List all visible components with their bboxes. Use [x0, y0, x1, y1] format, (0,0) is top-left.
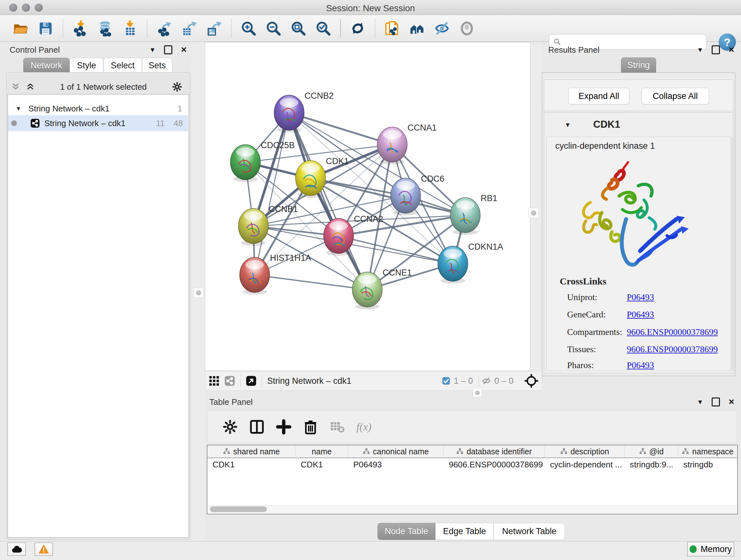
collapse-all-icon[interactable]: [11, 82, 20, 91]
gear-icon[interactable]: [172, 81, 183, 92]
network-node-RB1[interactable]: [450, 198, 480, 233]
node-count: 11: [156, 118, 165, 128]
table-horizontal-scrollbar[interactable]: [208, 505, 737, 513]
tab-select[interactable]: Select: [104, 58, 142, 73]
panel-float-icon[interactable]: [712, 45, 720, 54]
import-network-from-file-button[interactable]: [71, 19, 89, 37]
save-session-button[interactable]: [37, 19, 55, 37]
crosslink-pharos-link[interactable]: P06493: [627, 360, 654, 370]
import-table-button[interactable]: [121, 19, 139, 37]
collapse-all-button[interactable]: Collapse All: [642, 88, 709, 105]
network-node-CCNB1[interactable]: [239, 208, 268, 244]
hide-selected-button[interactable]: [433, 19, 451, 37]
column-header-canonical-name[interactable]: canonical name: [348, 445, 444, 457]
tab-network-table[interactable]: Network Table: [494, 523, 565, 540]
add-column-button[interactable]: [275, 418, 293, 436]
import-network-from-database-button[interactable]: [96, 19, 114, 37]
right-splitter[interactable]: [530, 42, 542, 371]
panel-float-icon[interactable]: [712, 397, 720, 407]
network-node-CDKN1A[interactable]: [438, 246, 468, 281]
panel-close-icon[interactable]: ✕: [728, 398, 735, 406]
houses-icon: [409, 20, 425, 37]
expand-all-button[interactable]: Expand All: [568, 88, 629, 105]
column-header-namespace[interactable]: namespace: [678, 445, 737, 457]
left-splitter-grip[interactable]: [193, 288, 204, 298]
new-network-from-selection-button[interactable]: [383, 19, 401, 37]
column-header-shared-name[interactable]: shared name: [207, 445, 295, 457]
birdseye-grid-icon[interactable]: [208, 375, 220, 387]
memory-button[interactable]: Memory: [687, 542, 734, 557]
crosslink-compartments-link[interactable]: 9606.ENSP00000378699: [627, 327, 718, 337]
tab-style[interactable]: Style: [70, 58, 104, 73]
export-network-button[interactable]: [155, 19, 173, 37]
cloud-status-button[interactable]: [7, 543, 26, 556]
network-node-CCNE1[interactable]: [352, 272, 382, 307]
panel-close-icon[interactable]: ✕: [181, 46, 187, 54]
column-header-id[interactable]: @id: [625, 445, 678, 457]
network-node-CDC25B[interactable]: [230, 145, 260, 180]
results-vertical-scrollbar[interactable]: [731, 137, 734, 370]
columns-icon: [249, 419, 265, 435]
zoom-in-button[interactable]: [240, 19, 258, 37]
crosslink-genecard-link[interactable]: P06493: [627, 309, 654, 320]
network-node-CCNA2[interactable]: [324, 219, 354, 253]
crosslink-label: Uniprot:: [567, 292, 597, 302]
network-node-HIST1H1A[interactable]: [240, 257, 270, 293]
panel-close-icon[interactable]: ✕: [728, 46, 735, 54]
right-splitter-grip[interactable]: [529, 208, 539, 218]
network-row-selected[interactable]: String Network – cdk1 11 48: [8, 115, 188, 131]
panel-menu-icon[interactable]: ▼: [149, 47, 156, 53]
expand-all-icon[interactable]: [25, 82, 35, 91]
warning-status-button[interactable]: [35, 543, 53, 556]
column-header-name[interactable]: name: [295, 445, 348, 457]
column-header-database-identifier[interactable]: database identifier: [444, 445, 545, 457]
first-neighbors-button[interactable]: [408, 19, 426, 37]
panel-float-icon[interactable]: [164, 45, 172, 54]
network-node-CCNA1[interactable]: [377, 127, 407, 162]
network-collection-row[interactable]: ▼ String Network – cdk1 1: [8, 102, 188, 115]
delete-table-button-disabled[interactable]: [328, 418, 346, 436]
network-canvas[interactable]: CCNB2CCNA1CDC25BCDK1CDC6RB1CCNB1CCNA2CDK…: [205, 42, 530, 371]
tab-string[interactable]: String: [621, 57, 656, 73]
open-session-button[interactable]: [12, 19, 30, 37]
hidden-eye-icon[interactable]: [482, 376, 491, 386]
scrollbar-thumb[interactable]: [210, 506, 267, 512]
apply-layout-button[interactable]: [349, 19, 367, 37]
tab-sets[interactable]: Sets: [142, 58, 172, 73]
delete-column-button[interactable]: [301, 418, 320, 436]
column-header-description[interactable]: description: [545, 445, 624, 457]
navbar-separator: [240, 374, 241, 387]
show-columns-button[interactable]: [248, 418, 266, 436]
tab-network[interactable]: Network: [23, 58, 70, 73]
network-node-CCNB2[interactable]: [274, 95, 304, 130]
open-in-new-window-icon[interactable]: [246, 375, 257, 386]
string-network-graph[interactable]: CCNB2CCNA1CDC25BCDK1CDC6RB1CCNB1CCNA2CDK…: [205, 43, 530, 371]
network-list-toolbar: 1 of 1 Network selected: [11, 80, 185, 93]
crosslink-label: Tissues:: [567, 344, 596, 354]
crosshair-icon[interactable]: [524, 374, 538, 388]
table-settings-button[interactable]: [221, 418, 239, 436]
export-image-button[interactable]: [205, 19, 223, 37]
tab-edge-table[interactable]: Edge Table: [435, 523, 494, 540]
crosslink-uniprot-link[interactable]: P06493: [627, 292, 654, 302]
crosslink-label: Pharos:: [567, 360, 594, 370]
collection-count: 1: [178, 104, 182, 114]
table-row[interactable]: CDK1 CDK1 P06493 9606.ENSP00000378699 cy…: [207, 458, 737, 471]
gene-collapse-icon[interactable]: ▼: [564, 121, 571, 129]
zoom-out-button[interactable]: [265, 19, 282, 37]
zoom-fit-button[interactable]: [289, 19, 307, 37]
tree-expand-icon[interactable]: ▼: [16, 105, 21, 112]
control-panel-header: Control Panel ▼ ✕: [4, 44, 192, 56]
zoom-selected-button[interactable]: [314, 19, 332, 37]
crosslink-tissues-link[interactable]: 9606.ENSP00000378699: [627, 344, 718, 354]
network-node-CDK1[interactable]: [295, 161, 326, 196]
show-all-button[interactable]: [458, 19, 476, 37]
panel-menu-icon[interactable]: ▼: [697, 47, 703, 53]
selected-checkbox-icon[interactable]: [442, 376, 451, 385]
string-app-icon[interactable]: [224, 375, 235, 386]
function-builder-button[interactable]: f(x): [356, 421, 372, 433]
export-table-button[interactable]: [180, 19, 198, 37]
tab-node-table[interactable]: Node Table: [378, 523, 435, 540]
panel-menu-icon[interactable]: ▼: [697, 399, 703, 405]
network-node-CDC6[interactable]: [391, 178, 421, 213]
